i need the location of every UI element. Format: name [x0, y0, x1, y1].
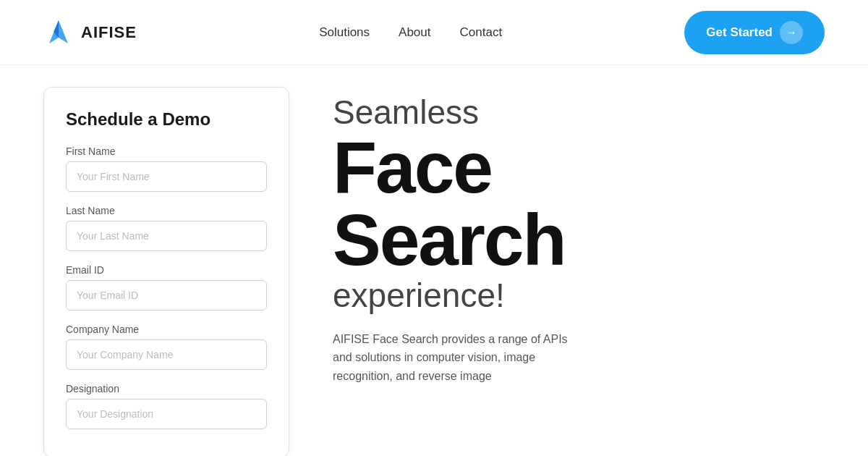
demo-form-card: Schedule a Demo First Name Last Name Ema…	[43, 87, 289, 456]
nav-item-solutions[interactable]: Solutions	[319, 25, 370, 40]
first-name-label: First Name	[66, 145, 267, 157]
last-name-input[interactable]	[66, 221, 267, 251]
hero-section: Seamless Face Search experience! AIFISE …	[333, 87, 825, 386]
last-name-label: Last Name	[66, 205, 267, 216]
company-group: Company Name	[66, 324, 267, 370]
main-nav: Solutions About Contact	[319, 25, 502, 40]
main-content: Schedule a Demo First Name Last Name Ema…	[0, 87, 868, 456]
logo[interactable]: AIFISE	[43, 17, 137, 48]
form-title: Schedule a Demo	[66, 109, 267, 130]
hero-line1: Seamless	[333, 94, 825, 131]
first-name-input[interactable]	[66, 161, 267, 192]
hero-description: AIFISE Face Search provides a range of A…	[333, 330, 586, 386]
arrow-icon: →	[780, 21, 803, 44]
designation-label: Designation	[66, 383, 267, 394]
email-group: Email ID	[66, 264, 267, 311]
header: AIFISE Solutions About Contact Get Start…	[0, 0, 868, 65]
first-name-group: First Name	[66, 145, 267, 192]
company-input[interactable]	[66, 339, 267, 370]
get-started-button[interactable]: Get Started →	[684, 11, 825, 54]
get-started-label: Get Started	[706, 25, 773, 40]
aifise-logo-icon	[43, 17, 74, 48]
last-name-group: Last Name	[66, 205, 267, 251]
company-label: Company Name	[66, 324, 267, 335]
nav-item-contact[interactable]: Contact	[460, 25, 503, 40]
email-input[interactable]	[66, 280, 267, 311]
hero-line4: experience!	[333, 276, 825, 316]
hero-line2: Face	[333, 131, 825, 203]
designation-input[interactable]	[66, 399, 267, 429]
logo-text: AIFISE	[81, 23, 137, 42]
hero-line3: Search	[333, 203, 825, 276]
email-label: Email ID	[66, 264, 267, 276]
designation-group: Designation	[66, 383, 267, 429]
nav-item-about[interactable]: About	[399, 25, 430, 40]
